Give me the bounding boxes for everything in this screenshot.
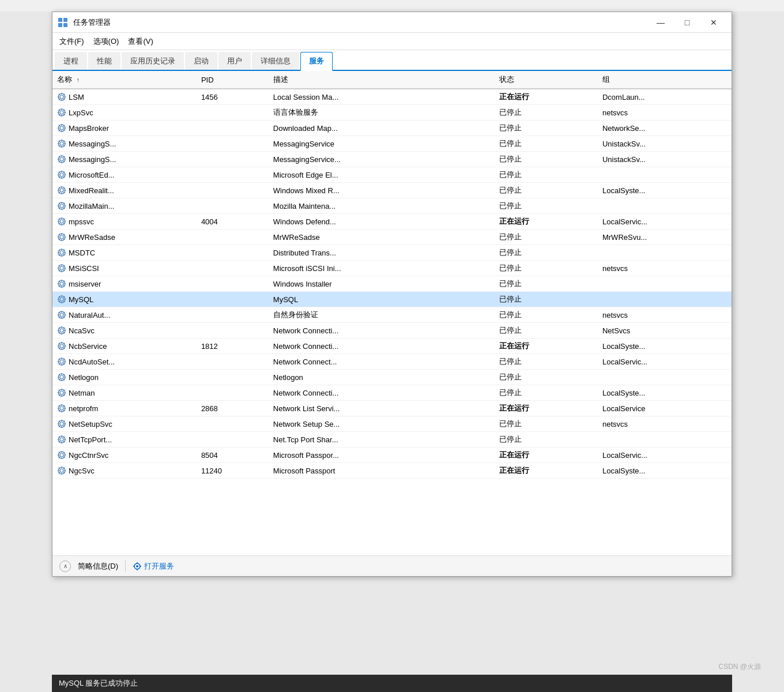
service-name: MrWReSadse (69, 233, 115, 242)
service-name: NetSetupSvc (69, 420, 112, 428)
col-header-desc[interactable]: 描述 (269, 71, 495, 89)
maximize-button[interactable]: □ (674, 12, 700, 33)
app-icon (57, 17, 69, 28)
cell-name: NgcSvc (52, 463, 197, 479)
table-row[interactable]: LSM 1456Local Session Ma...正在运行DcomLaun.… (52, 89, 732, 105)
table-row[interactable]: Netlogon Netlogon已停止 (52, 370, 732, 385)
svg-rect-3 (63, 23, 67, 27)
services-table: 名称 ↑ PID 描述 状态 (52, 71, 732, 479)
cell-pid (197, 136, 269, 152)
table-row[interactable]: MySQL MySQL已停止 (52, 292, 732, 307)
table-row[interactable]: NgcSvc 11240Microsoft Passport正在运行LocalS… (52, 463, 732, 479)
cell-desc: MySQL (269, 292, 495, 307)
content-area: 名称 ↑ PID 描述 状态 (52, 71, 732, 555)
cell-status: 已停止 (495, 276, 597, 292)
table-row[interactable]: mpssvc 4004Windows Defend...正在运行LocalSer… (52, 214, 732, 230)
service-name: MozillaMain... (69, 202, 114, 210)
menu-file[interactable]: 文件(F) (55, 34, 89, 49)
tab-processes[interactable]: 进程 (55, 52, 87, 70)
cell-name: MessagingS... (52, 136, 197, 152)
table-row[interactable]: msiserver Windows Installer已停止 (52, 276, 732, 292)
table-row[interactable]: MSDTC Distributed Trans...已停止 (52, 245, 732, 261)
table-row[interactable]: NcdAutoSet... Network Connect...已停止Local… (52, 354, 732, 370)
cell-pid (197, 230, 269, 245)
table-row[interactable]: netprofm 2868Network List Servi...正在运行Lo… (52, 401, 732, 416)
table-row[interactable]: MSiSCSI Microsoft iSCSI Ini...已停止netsvcs (52, 261, 732, 276)
cell-group: LocalSyste... (598, 463, 732, 479)
service-row-icon (57, 92, 66, 101)
tab-startup[interactable]: 启动 (185, 52, 217, 70)
svg-point-135 (60, 298, 63, 301)
service-name: Netlogon (69, 373, 99, 382)
cell-pid (197, 292, 269, 307)
cell-desc: Mozilla Maintena... (269, 198, 495, 214)
expand-button[interactable]: ∧ (59, 561, 71, 572)
service-name: NcdAutoSet... (69, 358, 115, 366)
cell-pid (197, 245, 269, 261)
cell-group: LocalServic... (598, 354, 732, 370)
open-services-link[interactable]: 打开服务 (133, 561, 174, 571)
cell-name: msiserver (52, 276, 197, 292)
cell-pid (197, 152, 269, 167)
minimize-button[interactable]: — (647, 12, 674, 33)
svg-point-215 (60, 422, 63, 426)
table-row[interactable]: LxpSvc 语言体验服务已停止netsvcs (52, 105, 732, 121)
tab-users[interactable]: 用户 (218, 52, 251, 70)
col-header-status[interactable]: 状态 (495, 71, 597, 89)
table-row[interactable]: NetTcpPort... Net.Tcp Port Shar...已停止 (52, 432, 732, 447)
tab-details[interactable]: 详细信息 (252, 52, 299, 70)
cell-group (598, 432, 732, 447)
cell-status: 已停止 (495, 105, 597, 121)
col-header-pid[interactable]: PID (197, 71, 269, 89)
cell-desc: Distributed Trans... (269, 245, 495, 261)
tab-app-history[interactable]: 应用历史记录 (122, 52, 184, 70)
table-row[interactable]: MapsBroker Downloaded Map...已停止NetworkSe… (52, 121, 732, 136)
table-row[interactable]: NgcCtnrSvc 8504Microsoft Passpor...正在运行L… (52, 447, 732, 463)
col-header-group[interactable]: 组 (598, 71, 732, 89)
services-table-container[interactable]: 名称 ↑ PID 描述 状态 (52, 71, 732, 555)
table-row[interactable]: MixedRealit... Windows Mixed R...已停止Loca… (52, 183, 732, 198)
cell-name: NetTcpPort... (52, 432, 197, 447)
cell-name: MSDTC (52, 245, 197, 261)
cell-desc: MrWReSadse (269, 230, 495, 245)
table-row[interactable]: MessagingS... MessagingService...已停止Unis… (52, 152, 732, 167)
svg-point-105 (60, 251, 63, 254)
cell-name: LxpSvc (52, 105, 197, 121)
svg-point-55 (60, 173, 63, 176)
cell-name: MozillaMain... (52, 198, 197, 214)
cell-status: 已停止 (495, 183, 597, 198)
table-row[interactable]: MicrosoftEd... Microsoft Edge El...已停止 (52, 167, 732, 183)
table-row[interactable]: MrWReSadse MrWReSadse已停止MrWReSvu... (52, 230, 732, 245)
table-row[interactable]: MessagingS... MessagingService已停止Unistac… (52, 136, 732, 152)
cell-name: NcaSvc (52, 323, 197, 339)
table-row[interactable]: MozillaMain... Mozilla Maintena...已停止 (52, 198, 732, 214)
tab-services[interactable]: 服务 (300, 52, 333, 71)
cell-name: MySQL (52, 292, 197, 307)
menu-options[interactable]: 选项(O) (89, 34, 124, 49)
cell-status: 已停止 (495, 432, 597, 447)
tab-performance[interactable]: 性能 (88, 52, 120, 70)
svg-point-165 (60, 344, 63, 348)
table-row[interactable]: NetSetupSvc Network Setup Se...已停止netsvc… (52, 416, 732, 432)
svg-point-75 (60, 204, 63, 208)
cell-status: 已停止 (495, 307, 597, 323)
cell-status: 已停止 (495, 152, 597, 167)
menu-view[interactable]: 查看(V) (123, 34, 157, 49)
cell-group: NetworkSe... (598, 121, 732, 136)
cell-status: 已停止 (495, 230, 597, 245)
table-row[interactable]: NcbService 1812Network Connecti...正在运行Lo… (52, 339, 732, 354)
table-row[interactable]: Netman Network Connecti...已停止LocalSyste.… (52, 385, 732, 401)
service-row-icon (57, 357, 66, 366)
svg-point-195 (60, 391, 63, 394)
col-header-name[interactable]: 名称 ↑ (52, 71, 197, 89)
cell-desc: Network Setup Se... (269, 416, 495, 432)
cell-status: 正在运行 (495, 463, 597, 479)
close-button[interactable]: ✕ (700, 12, 727, 33)
table-row[interactable]: NaturalAut... 自然身份验证已停止netsvcs (52, 307, 732, 323)
svg-point-155 (60, 329, 63, 332)
tab-bar: 进程 性能 应用历史记录 启动 用户 详细信息 服务 (52, 50, 732, 71)
cell-name: Netlogon (52, 370, 197, 385)
service-row-icon (57, 186, 66, 195)
cell-pid (197, 183, 269, 198)
table-row[interactable]: NcaSvc Network Connecti...已停止NetSvcs (52, 323, 732, 339)
